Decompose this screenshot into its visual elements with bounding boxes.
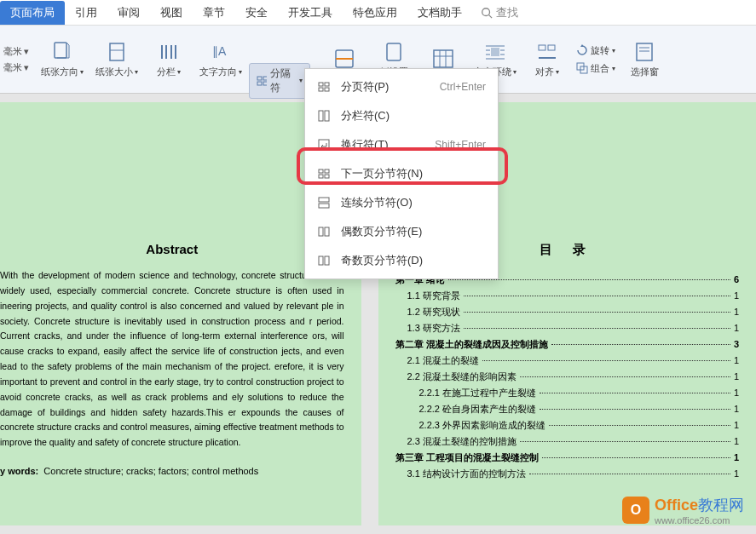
svg-point-0 — [482, 8, 490, 15]
menu-item-page-break[interactable]: 分页符(P) Ctrl+Enter — [305, 72, 498, 101]
menu-item-continuous-section[interactable]: 连续分节符(O) — [305, 188, 498, 217]
group-button[interactable]: 组合▾ — [573, 60, 619, 77]
svg-rect-35 — [319, 83, 323, 86]
toc-line: 1.1 研究背景1 — [395, 290, 740, 302]
svg-rect-41 — [319, 140, 329, 150]
text-direction-icon: ∥A — [209, 40, 233, 64]
table-icon — [431, 47, 455, 71]
search-icon — [481, 7, 493, 19]
toc-line: 2.3 混凝土裂缝的控制措施1 — [395, 435, 740, 448]
svg-rect-50 — [319, 256, 323, 265]
toc-line: 2.2.3 外界因素影响造成的裂缝1 — [395, 419, 740, 432]
tab-dev-tools[interactable]: 开发工具 — [278, 1, 343, 25]
abstract-body: With the development of modern science a… — [0, 268, 344, 451]
page-break-icon — [332, 47, 356, 71]
search-label: 查找 — [496, 5, 518, 20]
svg-rect-36 — [325, 83, 329, 86]
menu-item-line-break[interactable]: 换行符(T) Shift+Enter — [305, 130, 498, 159]
toc-container: 第一章 绪论61.1 研究背景11.2 研究现状11.3 研究方法1第二章 混凝… — [395, 273, 740, 480]
svg-rect-38 — [325, 88, 329, 91]
select-pane-button[interactable]: 选择窗 — [620, 40, 668, 78]
svg-rect-20 — [491, 48, 499, 56]
menu-label: 奇数页分节符(D) — [341, 253, 423, 268]
svg-rect-3 — [110, 43, 124, 60]
menu-label: 下一页分节符(N) — [341, 166, 423, 181]
svg-rect-13 — [263, 82, 267, 85]
page-break-icon — [317, 80, 331, 94]
tab-doc-assistant[interactable]: 文档助手 — [407, 1, 472, 25]
separator-dropdown[interactable]: 分隔符▾ — [249, 63, 310, 99]
odd-page-icon — [317, 254, 331, 267]
ribbon-margin-group: 毫米▾ 毫米▾ — [3, 45, 29, 74]
menu-label: 连续分节符(O) — [341, 195, 413, 210]
search-box[interactable]: 查找 — [481, 5, 518, 20]
menu-bar: 页面布局 引用 审阅 视图 章节 安全 开发工具 特色应用 文档助手 查找 — [0, 0, 756, 26]
watermark-url: www.office26.com — [655, 515, 744, 525]
svg-rect-47 — [319, 204, 329, 208]
align-icon — [535, 40, 559, 64]
tab-chapter[interactable]: 章节 — [193, 1, 235, 25]
rotate-icon — [576, 44, 588, 56]
svg-rect-46 — [319, 198, 329, 202]
svg-rect-39 — [319, 111, 323, 121]
toc-line: 3.1 结构设计方面的控制方法1 — [395, 468, 740, 480]
menu-item-even-page-section[interactable]: 偶数页分节符(E) — [305, 217, 498, 246]
svg-rect-2 — [55, 43, 66, 58]
tab-special-apps[interactable]: 特色应用 — [343, 1, 407, 25]
align-button[interactable]: 对齐▾ — [523, 40, 571, 78]
keywords-line: y words: Concrete structure; cracks; fac… — [0, 466, 344, 476]
svg-rect-37 — [319, 88, 323, 91]
menu-label: 偶数页分节符(E) — [341, 224, 422, 239]
menu-item-column-break[interactable]: 分栏符(C) — [305, 101, 498, 130]
text-wrap-icon — [483, 40, 507, 64]
tab-view[interactable]: 视图 — [150, 1, 193, 25]
columns-button[interactable]: 分栏▾ — [145, 40, 193, 78]
menu-item-next-page-section[interactable]: 下一页分节符(N) — [305, 159, 498, 188]
toc-line: 1.3 研究方法1 — [395, 322, 740, 335]
group-icon — [576, 62, 588, 74]
tab-security[interactable]: 安全 — [235, 1, 278, 25]
menu-item-odd-page-section[interactable]: 奇数页分节符(D) — [305, 246, 498, 275]
toc-line: 第三章 工程项目的混凝土裂缝控制1 — [395, 451, 740, 464]
paper-direction-button[interactable]: 纸张方向▾ — [36, 40, 89, 78]
svg-rect-45 — [325, 175, 329, 178]
margin-unit-1[interactable]: 毫米▾ — [3, 45, 29, 58]
even-page-icon — [317, 225, 331, 238]
rotate-button[interactable]: 旋转▾ — [573, 43, 619, 59]
margin-unit-2[interactable]: 毫米▾ — [3, 61, 29, 74]
svg-rect-16 — [434, 50, 453, 67]
svg-rect-28 — [548, 45, 555, 50]
watermark: O Office教程网 www.office26.com — [622, 495, 744, 525]
menu-shortcut: Ctrl+Enter — [440, 81, 486, 93]
tab-review[interactable]: 审阅 — [107, 1, 150, 25]
svg-rect-40 — [325, 111, 329, 121]
toc-line: 2.1 混凝土的裂缝1 — [395, 354, 740, 367]
menu-shortcut: Shift+Enter — [435, 139, 486, 151]
paper-size-icon — [105, 40, 129, 64]
svg-rect-49 — [325, 227, 329, 236]
paper-size-button[interactable]: 纸张大小▾ — [90, 40, 143, 78]
svg-rect-27 — [539, 45, 545, 50]
svg-rect-44 — [319, 175, 323, 178]
svg-line-1 — [489, 14, 493, 18]
tab-page-layout[interactable]: 页面布局 — [0, 1, 65, 25]
text-direction-button[interactable]: ∥A 文字方向▾ — [194, 40, 247, 78]
svg-rect-15 — [387, 43, 401, 60]
svg-rect-12 — [257, 82, 262, 85]
toc-line: 1.2 研究现状1 — [395, 306, 740, 319]
separator-icon — [257, 76, 267, 86]
select-pane-icon — [632, 40, 656, 64]
svg-rect-42 — [319, 169, 323, 173]
toc-line: 第二章 混凝土的裂缝成因及控制措施3 — [395, 338, 740, 351]
svg-text:∥A: ∥A — [212, 44, 227, 58]
svg-rect-51 — [325, 256, 329, 265]
abstract-title: Abstract — [0, 242, 344, 256]
column-break-icon — [317, 109, 331, 123]
paper-direction-icon — [50, 40, 74, 64]
tab-references[interactable]: 引用 — [65, 1, 107, 25]
continuous-section-icon — [317, 196, 331, 210]
columns-icon — [157, 40, 181, 64]
menu-label: 分页符(P) — [341, 79, 389, 95]
toc-line: 2.2.2 砼自身因素产生的裂缝1 — [395, 403, 740, 416]
menu-label: 分栏符(C) — [341, 108, 390, 123]
